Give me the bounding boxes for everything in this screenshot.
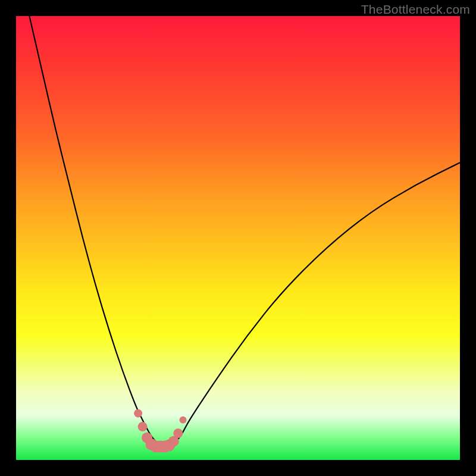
- curve-svg: [16, 16, 460, 460]
- highlight-dot: [173, 428, 183, 438]
- chart-frame: TheBottleneck.com: [0, 0, 476, 476]
- highlight-dot: [134, 409, 142, 418]
- highlight-markers: [134, 409, 186, 453]
- highlight-dot: [138, 422, 148, 431]
- curve-path: [29, 16, 460, 447]
- plot-area: [16, 16, 460, 460]
- bottleneck-curve: [29, 16, 460, 447]
- watermark-text: TheBottleneck.com: [361, 2, 470, 17]
- highlight-dot: [179, 416, 186, 424]
